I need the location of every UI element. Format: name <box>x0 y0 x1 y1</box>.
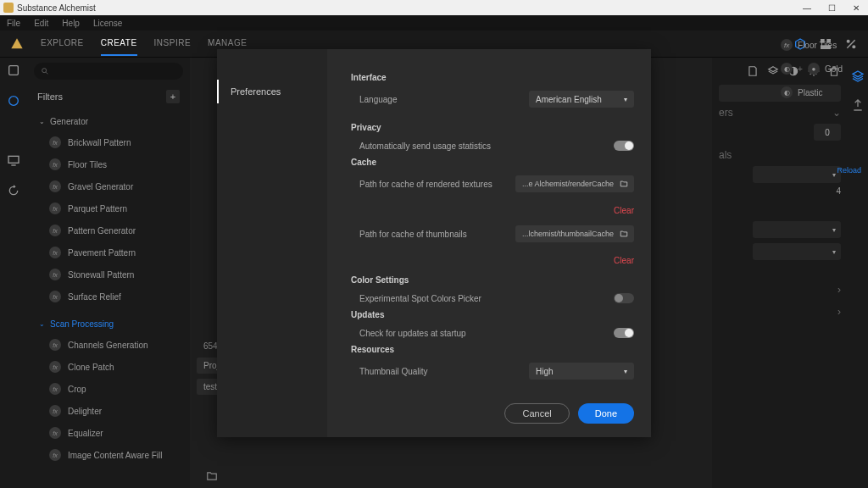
app-logo-icon <box>3 3 14 13</box>
section-updates: Updates <box>351 310 634 319</box>
thumb-cache-label: Path for cache of thumbnails <box>351 230 467 239</box>
check-updates-toggle[interactable] <box>614 328 634 338</box>
spot-colors-toggle[interactable] <box>614 293 634 303</box>
preferences-nav-item[interactable]: Preferences <box>217 80 327 103</box>
usage-stats-label: Automatically send usage statistics <box>351 141 491 151</box>
preferences-dialog: Preferences Interface Language American … <box>217 49 651 437</box>
check-updates-label: Check for updates at startup <box>351 329 466 338</box>
usage-stats-toggle[interactable] <box>614 141 634 151</box>
render-cache-label: Path for cache of rendered textures <box>351 180 492 189</box>
section-resources: Resources <box>351 345 634 354</box>
minimize-button[interactable]: — <box>798 3 816 13</box>
section-color: Color Settings <box>351 275 634 285</box>
chevron-down-icon: ▾ <box>624 96 627 103</box>
done-button[interactable]: Done <box>578 403 634 424</box>
render-cache-path[interactable]: ...e Alchemist/renderCache <box>515 175 634 192</box>
section-cache: Cache <box>351 158 634 167</box>
language-label: Language <box>351 95 398 104</box>
folder-icon <box>619 230 629 238</box>
thumb-quality-label: Thumbnail Quality <box>351 367 428 376</box>
app-title: Substance Alchemist <box>17 3 96 13</box>
section-interface: Interface <box>351 73 634 82</box>
menu-license[interactable]: License <box>93 19 122 28</box>
chevron-down-icon: ▾ <box>624 368 627 375</box>
section-privacy: Privacy <box>351 123 634 132</box>
modal-overlay: Preferences Interface Language American … <box>0 42 868 488</box>
menu-edit[interactable]: Edit <box>34 19 48 28</box>
spot-colors-label: Experimental Spot Colors Picker <box>351 294 481 303</box>
thumb-cache-path[interactable]: ...lchemist/thumbnailCache <box>515 225 634 242</box>
menu-bar: File Edit Help License <box>0 15 868 30</box>
folder-icon <box>619 180 629 188</box>
menu-help[interactable]: Help <box>62 19 80 28</box>
maximize-button[interactable]: ☐ <box>823 3 841 13</box>
cancel-button[interactable]: Cancel <box>504 403 569 424</box>
thumb-quality-dropdown[interactable]: High▾ <box>529 363 634 380</box>
window-title-bar: Substance Alchemist — ☐ ✕ <box>0 0 868 15</box>
language-dropdown[interactable]: American English▾ <box>529 91 634 108</box>
close-button[interactable]: ✕ <box>848 3 865 13</box>
menu-file[interactable]: File <box>7 19 20 28</box>
clear-thumb-cache[interactable]: Clear <box>351 246 634 272</box>
clear-render-cache[interactable]: Clear <box>351 196 634 222</box>
